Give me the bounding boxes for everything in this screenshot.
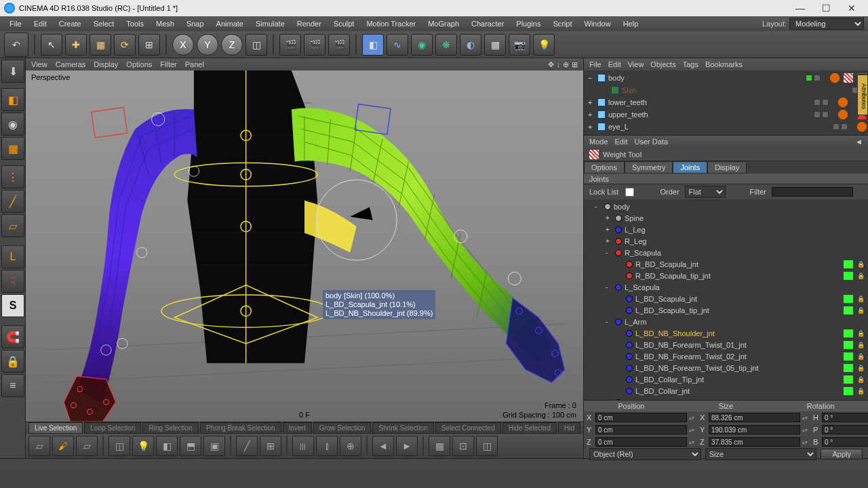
lock-icon[interactable]: 🔒 <box>857 307 864 314</box>
snap-mode[interactable]: S <box>1 294 24 317</box>
om-bookmarks[interactable]: Bookmarks <box>705 60 743 68</box>
weight-swatch[interactable] <box>844 352 853 361</box>
spinner-icon[interactable]: ▴▾ <box>689 415 694 421</box>
weight-swatch[interactable] <box>844 260 853 268</box>
vp-menu-options[interactable]: Options <box>126 60 152 68</box>
weight-swatch[interactable] <box>844 272 853 280</box>
mt-light[interactable]: 💡 <box>132 436 154 456</box>
layout-select[interactable]: Modeling <box>789 18 864 30</box>
tab-options[interactable]: Options <box>584 161 625 174</box>
vp-nav-icon[interactable]: ⊕ <box>563 60 569 69</box>
layer-mode[interactable]: ≡ <box>1 374 24 397</box>
coord-input[interactable] <box>822 437 868 447</box>
coord-mode-select[interactable]: Object (Rel) <box>589 448 701 460</box>
menu-mesh[interactable]: Mesh <box>151 18 180 30</box>
menu-script[interactable]: Script <box>547 18 577 30</box>
joint-row[interactable]: L_BD_Scapula_jnt🔒 <box>584 293 868 304</box>
weight-swatch[interactable] <box>844 387 853 395</box>
add-cube[interactable]: ◧ <box>362 34 384 56</box>
spinner-icon[interactable]: ▴▾ <box>689 439 694 445</box>
spinner-icon[interactable]: ▴▾ <box>689 427 694 433</box>
render-view[interactable]: 🎬 <box>279 34 301 56</box>
sel-invert[interactable]: Invert <box>283 422 312 434</box>
menu-file[interactable]: File <box>4 18 27 30</box>
menu-motion-tracker[interactable]: Motion Tracker <box>361 18 421 30</box>
joint-row[interactable]: +L_Leg <box>584 224 868 235</box>
order-select[interactable]: Flat <box>685 186 726 198</box>
mt-spin[interactable]: ⫿ <box>316 436 338 456</box>
lock-icon[interactable]: 🔒 <box>857 272 864 279</box>
tab-joints[interactable]: Joints <box>673 161 707 174</box>
point-mode[interactable]: ⋮ <box>1 165 24 188</box>
viewport-solo[interactable]: 🧲 <box>1 325 24 348</box>
om-file[interactable]: File <box>589 60 601 68</box>
close-button[interactable]: ✕ <box>840 1 864 15</box>
om-objects[interactable]: Objects <box>650 60 675 68</box>
lock-icon[interactable]: 🔒 <box>857 388 864 394</box>
undo-button[interactable]: ↶ <box>4 33 28 57</box>
select-tool[interactable]: ↖ <box>41 34 62 56</box>
add-lamp[interactable]: 💡 <box>533 34 555 56</box>
add-deformer[interactable]: ❋ <box>435 34 457 56</box>
am-edit[interactable]: Edit <box>615 138 628 146</box>
menu-simulate[interactable]: Simulate <box>250 18 290 30</box>
weight-swatch[interactable] <box>844 329 853 338</box>
joint-row[interactable]: L_BD_NB_Shoulder_jnt🔒 <box>584 327 868 339</box>
sel-connected[interactable]: Select Connected <box>435 422 501 434</box>
mt-iron[interactable]: ◫ <box>108 436 130 456</box>
menu-animate[interactable]: Animate <box>211 18 249 30</box>
mt-extrude[interactable]: ⬒ <box>180 436 201 456</box>
lock-icon[interactable]: 🔒 <box>857 261 864 268</box>
vp-menu-panel[interactable]: Panel <box>185 60 204 68</box>
menu-mograph[interactable]: MoGraph <box>422 18 465 30</box>
joint-row[interactable]: +Spine <box>584 212 868 224</box>
sel-phong[interactable]: Phong Break Selection <box>200 422 281 434</box>
menu-window[interactable]: Window <box>579 18 616 30</box>
apply-button[interactable]: Apply <box>821 449 863 460</box>
om-edit[interactable]: Edit <box>608 60 621 68</box>
texture-mode[interactable]: ◉ <box>1 113 24 136</box>
om-view[interactable]: View <box>628 60 644 68</box>
spinner-icon[interactable]: ▴▾ <box>802 439 808 445</box>
mt-collapse[interactable]: ⊡ <box>452 436 474 456</box>
joint-row[interactable]: -body <box>584 201 868 212</box>
edge-mode[interactable]: ╱ <box>1 190 24 213</box>
lock-icon[interactable]: 🔒 <box>857 342 864 348</box>
add-spline[interactable]: ∿ <box>387 34 408 56</box>
sel-loop[interactable]: Loop Selection <box>84 422 141 434</box>
joint-row[interactable]: L_BD_Collar_jnt🔒 <box>584 385 868 396</box>
sel-shrink[interactable]: Shrink Selection <box>372 422 433 434</box>
add-environment[interactable]: ◐ <box>460 34 481 56</box>
add-generator[interactable]: ◉ <box>411 34 433 56</box>
model-mode[interactable]: ◧ <box>1 88 24 111</box>
z-axis-lock[interactable]: Z <box>221 34 243 56</box>
mt-optimize[interactable]: ◫ <box>476 436 498 456</box>
weight-swatch[interactable] <box>844 364 853 372</box>
sel-ring[interactable]: Ring Selection <box>142 422 198 434</box>
mt-weld[interactable]: ⊕ <box>340 436 361 456</box>
menu-sculpt[interactable]: Sculpt <box>328 18 360 30</box>
joint-row[interactable]: -L_Arm <box>584 316 868 327</box>
weight-swatch[interactable] <box>844 306 853 314</box>
joint-row[interactable]: -R_Scapula <box>584 247 868 258</box>
tab-symmetry[interactable]: Symmetry <box>625 161 673 174</box>
vp-menu-display[interactable]: Display <box>94 60 118 68</box>
sel-live[interactable]: Live Selection <box>28 422 83 434</box>
lock-list-checkbox[interactable] <box>625 188 634 197</box>
tag-icon[interactable] <box>857 122 867 131</box>
vp-menu-filter[interactable]: Filter <box>160 60 176 68</box>
weight-swatch[interactable] <box>844 375 853 384</box>
coord-input[interactable] <box>822 425 868 434</box>
mt-inner[interactable]: ▣ <box>203 436 225 456</box>
coord-system[interactable]: ◫ <box>245 34 267 56</box>
mt-next[interactable]: ► <box>396 436 418 456</box>
menu-edit[interactable]: Edit <box>28 18 52 30</box>
tab-display[interactable]: Display <box>707 161 747 174</box>
sel-grow[interactable]: Grow Selection <box>313 422 372 434</box>
scale-tool[interactable]: ▦ <box>90 34 111 56</box>
mt-dissolve[interactable]: ▦ <box>429 436 450 456</box>
filter-input[interactable] <box>772 187 853 197</box>
mt-knife[interactable]: ╱ <box>236 436 258 456</box>
mt-create[interactable]: ▱ <box>28 436 50 456</box>
workplane-mode[interactable]: ▦ <box>1 137 24 160</box>
